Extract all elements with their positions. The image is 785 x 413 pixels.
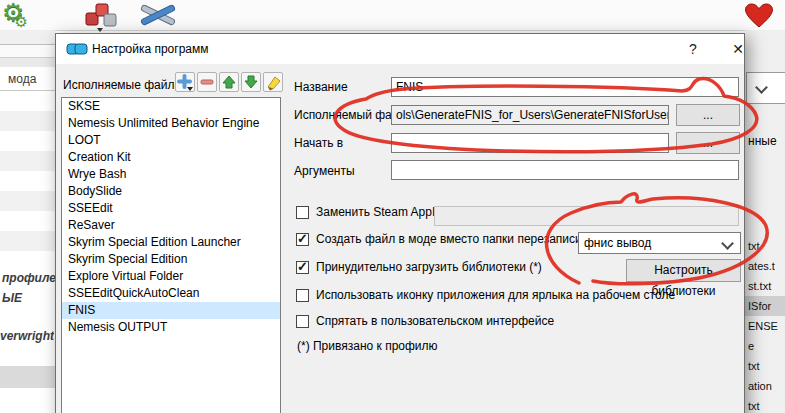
background-file-item: ISfor — [745, 296, 785, 316]
remove-executable-button[interactable] — [197, 72, 217, 92]
background-combobox-fragment — [746, 72, 785, 104]
output-mod-combobox[interactable]: фнис вывод — [578, 232, 741, 254]
use-app-icon-label: Использовать иконку приложения для ярлык… — [316, 288, 675, 302]
background-file-item: ENSE — [745, 316, 785, 336]
tools-wrench-icon[interactable] — [136, 2, 180, 32]
executables-label: Исполняемые файлы — [63, 78, 183, 92]
hide-in-ui-checkbox[interactable] — [296, 315, 309, 328]
background-band — [0, 45, 55, 58]
executable-item[interactable]: Skyrim Special Edition Launcher — [62, 234, 280, 251]
mod-list-partial-text: профиле — [2, 271, 56, 285]
executable-item[interactable]: Skyrim Special Edition — [62, 251, 280, 268]
close-button[interactable]: ✕ — [723, 34, 753, 64]
puzzle-plugins-icon[interactable] — [84, 1, 120, 35]
create-files-in-mod-row: Создать файл в моде вместо папки перезап… — [296, 232, 598, 246]
executable-item[interactable]: ReSaver — [62, 217, 280, 234]
executable-item[interactable]: SSEEdit — [62, 200, 280, 217]
chevron-down-icon — [721, 237, 734, 250]
mod-list-column-header: мода — [0, 67, 55, 91]
executables-toolbar — [175, 72, 283, 92]
background-file-item: txt — [745, 356, 785, 376]
executable-item[interactable]: FNIS — [62, 302, 280, 319]
mod-list-partial-text: verwright — [0, 329, 54, 343]
background-file-item: st.txt — [745, 276, 785, 296]
screen: ⚙⚙ мода профиле ЫЕ verwright — [0, 0, 785, 413]
move-down-button[interactable] — [241, 72, 261, 92]
chevron-down-icon — [755, 81, 768, 94]
executable-item[interactable]: SKSE — [62, 98, 280, 115]
title-field[interactable]: FNIS — [391, 77, 739, 97]
cleanup-brush-icon — [265, 74, 282, 91]
executable-item[interactable]: Wrye Bash — [62, 166, 280, 183]
executables-dialog-icon — [66, 41, 88, 60]
use-app-icon-checkbox[interactable] — [296, 289, 309, 302]
background-right-panel: нные txtates.tst.txtISforENSEetxtationtx… — [745, 30, 785, 413]
executable-item[interactable]: Nemesis OUTPUT — [62, 319, 280, 336]
use-app-icon-row: Использовать иконку приложения для ярлык… — [296, 288, 675, 302]
configure-executables-dialog: Настройка программ ? ✕ Исполняемые файлы — [55, 33, 745, 413]
browse-binary-button[interactable]: ... — [676, 104, 740, 126]
binary-field[interactable]: ols\GenerateFNIS_for_Users\GenerateFNISf… — [391, 105, 669, 125]
background-file-item: txt — [745, 396, 785, 413]
browse-start-in-button[interactable]: ... — [676, 132, 740, 154]
arguments-field[interactable] — [391, 160, 739, 180]
force-load-libraries-label: Принудительно загрузить библиотеки (*) — [316, 260, 542, 274]
steam-appid-checkbox[interactable] — [296, 206, 309, 219]
background-file-item: e — [745, 336, 785, 356]
move-up-icon — [221, 74, 237, 90]
steam-appid-label: Заменить Steam AppID — [316, 205, 444, 219]
remove-icon — [199, 74, 215, 90]
profile-footnote: (*) Привязано к профилю — [297, 339, 438, 353]
dialog-titlebar[interactable]: Настройка программ ? ✕ — [56, 34, 744, 64]
mod-list-rows — [0, 91, 55, 269]
output-mod-value: фнис вывод — [584, 236, 651, 250]
steam-appid-field — [434, 206, 739, 226]
create-files-in-mod-checkbox[interactable] — [296, 233, 309, 246]
hide-in-ui-row: Спрятать в пользовательском интерфейсе — [296, 314, 554, 328]
app-toolbar: ⚙⚙ — [0, 0, 785, 31]
executables-list[interactable]: SKSENemesis Unlimited Behavior EngineLOO… — [61, 97, 281, 413]
heart-endorse-icon[interactable] — [741, 1, 777, 32]
settings-gears-icon[interactable]: ⚙⚙ — [2, 0, 28, 31]
move-down-icon — [243, 74, 259, 90]
mod-list-separator — [0, 366, 55, 388]
force-load-libraries-row: Принудительно загрузить библиотеки (*) — [296, 260, 542, 274]
executable-item[interactable]: Creation Kit — [62, 149, 280, 166]
mod-list-partial-text: ЫЕ — [2, 291, 56, 305]
executable-item[interactable]: BodySlide — [62, 183, 280, 200]
background-file-item: ates.t — [745, 256, 785, 276]
executable-item[interactable]: SSEEditQuickAutoClean — [62, 285, 280, 302]
dialog-title: Настройка программ — [92, 42, 208, 56]
help-button[interactable]: ? — [678, 34, 708, 64]
background-file-list: txtates.tst.txtISforENSEetxtationtxt — [745, 236, 785, 413]
hide-in-ui-label: Спрятать в пользовательском интерфейсе — [316, 314, 554, 328]
background-file-item: txt — [745, 236, 785, 256]
add-executable-button[interactable] — [175, 72, 195, 92]
title-field-label: Название — [294, 80, 348, 94]
add-icon — [177, 74, 194, 91]
background-band — [0, 30, 55, 45]
executable-item[interactable]: Nemesis Unlimited Behavior Engine — [62, 115, 280, 132]
start-in-field-label: Начать в — [294, 136, 343, 150]
arguments-field-label: Аргументы — [294, 164, 355, 178]
cleanup-button[interactable] — [263, 72, 283, 92]
steam-appid-row: Заменить Steam AppID — [296, 205, 444, 219]
background-file-item: ation — [745, 376, 785, 396]
start-in-field[interactable] — [391, 133, 669, 153]
executable-item[interactable]: LOOT — [62, 132, 280, 149]
binary-field-label: Исполняемый файл — [294, 108, 406, 122]
background-partial-text: нные — [748, 134, 777, 148]
move-up-button[interactable] — [219, 72, 239, 92]
force-load-libraries-checkbox[interactable] — [296, 261, 309, 274]
executable-item[interactable]: Explore Virtual Folder — [62, 268, 280, 285]
configure-libraries-button[interactable]: Настроить библиотеки — [626, 259, 741, 282]
create-files-in-mod-label: Создать файл в моде вместо папки перезап… — [316, 232, 598, 246]
